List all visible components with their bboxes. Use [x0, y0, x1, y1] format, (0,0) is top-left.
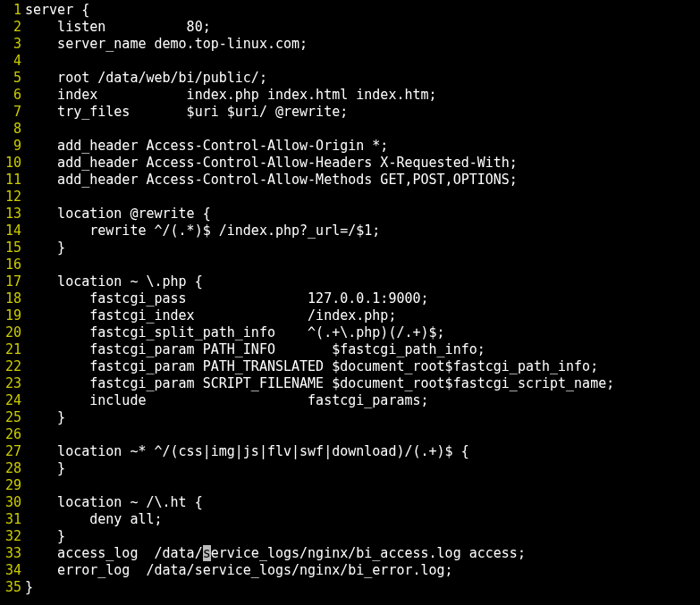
code-line[interactable]: 32 }	[0, 528, 700, 545]
line-number: 24	[0, 392, 25, 409]
code-line[interactable]: 33 access_log /data/service_logs/nginx/b…	[0, 545, 700, 562]
code-line[interactable]: 7 try_files $uri $uri/ @rewrite;	[0, 104, 700, 121]
code-line[interactable]: 24 include fastcgi_params;	[0, 392, 700, 409]
line-number: 3	[0, 36, 25, 53]
line-number: 28	[0, 460, 25, 477]
line-number: 8	[0, 121, 25, 138]
line-content[interactable]: location ~* ^/(css|img|js|flv|swf|downlo…	[25, 443, 700, 460]
code-line[interactable]: 2 listen 80;	[0, 19, 700, 36]
code-line[interactable]: 8	[0, 121, 700, 138]
line-number: 4	[0, 53, 25, 70]
line-number: 10	[0, 155, 25, 172]
line-content[interactable]: deny all;	[25, 511, 700, 528]
line-content[interactable]	[25, 426, 700, 443]
code-line[interactable]: 23 fastcgi_param SCRIPT_FILENAME $docume…	[0, 375, 700, 392]
code-line[interactable]: 16	[0, 256, 700, 273]
line-content[interactable]: add_header Access-Control-Allow-Origin *…	[25, 138, 700, 155]
line-content[interactable]: }	[25, 528, 700, 545]
line-content[interactable]: }	[25, 409, 700, 426]
line-content[interactable]: }	[25, 460, 700, 477]
code-line[interactable]: 3 server_name demo.top-linux.com;	[0, 36, 700, 53]
line-number: 17	[0, 273, 25, 290]
code-line[interactable]: 26	[0, 426, 700, 443]
line-content[interactable]: server_name demo.top-linux.com;	[25, 36, 700, 53]
line-content[interactable]: location ~ \.php {	[25, 273, 700, 290]
line-content[interactable]: root /data/web/bi/public/;	[25, 70, 700, 87]
code-line[interactable]: 19 fastcgi_index /index.php;	[0, 307, 700, 324]
line-content[interactable]: location ~ /\.ht {	[25, 494, 700, 511]
line-number: 19	[0, 307, 25, 324]
code-line[interactable]: 10 add_header Access-Control-Allow-Heade…	[0, 155, 700, 172]
code-line[interactable]: 1server {	[0, 2, 700, 19]
line-content[interactable]: fastcgi_split_path_info ^(.+\.php)(/.+)$…	[25, 324, 700, 341]
code-line[interactable]: 5 root /data/web/bi/public/;	[0, 70, 700, 87]
line-number: 1	[0, 2, 25, 19]
line-number: 34	[0, 562, 25, 579]
code-line[interactable]: 15 }	[0, 239, 700, 256]
code-line[interactable]: 13 location @rewrite {	[0, 206, 700, 223]
line-number: 31	[0, 511, 25, 528]
code-line[interactable]: 17 location ~ \.php {	[0, 273, 700, 290]
line-content[interactable]: add_header Access-Control-Allow-Headers …	[25, 155, 700, 172]
line-content[interactable]: error_log /data/service_logs/nginx/bi_er…	[25, 562, 700, 579]
line-number: 27	[0, 443, 25, 460]
line-number: 30	[0, 494, 25, 511]
line-content[interactable]: index index.php index.html index.htm;	[25, 87, 700, 104]
line-number: 22	[0, 358, 25, 375]
line-content[interactable]: fastcgi_param SCRIPT_FILENAME $document_…	[25, 375, 700, 392]
line-content[interactable]: }	[25, 579, 700, 596]
line-number: 33	[0, 545, 25, 562]
code-line[interactable]: 29	[0, 477, 700, 494]
code-line[interactable]: 21 fastcgi_param PATH_INFO $fastcgi_path…	[0, 341, 700, 358]
line-number: 12	[0, 189, 25, 206]
line-number: 13	[0, 206, 25, 223]
line-number: 9	[0, 138, 25, 155]
code-line[interactable]: 6 index index.php index.html index.htm;	[0, 87, 700, 104]
line-number: 35	[0, 579, 25, 596]
line-number: 14	[0, 223, 25, 239]
code-line[interactable]: 4	[0, 53, 700, 70]
code-line[interactable]: 11 add_header Access-Control-Allow-Metho…	[0, 172, 700, 189]
code-line[interactable]: 28 }	[0, 460, 700, 477]
line-number: 15	[0, 239, 25, 256]
code-line[interactable]: 9 add_header Access-Control-Allow-Origin…	[0, 138, 700, 155]
code-line[interactable]: 14 rewrite ^/(.*)$ /index.php?_url=/$1;	[0, 223, 700, 239]
code-editor[interactable]: 1server {2 listen 80;3 server_name demo.…	[0, 0, 700, 596]
line-content[interactable]: location @rewrite {	[25, 206, 700, 223]
code-line[interactable]: 35}	[0, 579, 700, 596]
line-number: 5	[0, 70, 25, 87]
code-line[interactable]: 12	[0, 189, 700, 206]
code-line[interactable]: 18 fastcgi_pass 127.0.0.1:9000;	[0, 290, 700, 307]
line-content[interactable]: rewrite ^/(.*)$ /index.php?_url=/$1;	[25, 223, 700, 239]
line-content[interactable]: server {	[25, 2, 700, 19]
code-line[interactable]: 22 fastcgi_param PATH_TRANSLATED $docume…	[0, 358, 700, 375]
code-line[interactable]: 25 }	[0, 409, 700, 426]
line-content[interactable]: fastcgi_param PATH_TRANSLATED $document_…	[25, 358, 700, 375]
line-content[interactable]	[25, 477, 700, 494]
code-line[interactable]: 30 location ~ /\.ht {	[0, 494, 700, 511]
code-line[interactable]: 27 location ~* ^/(css|img|js|flv|swf|dow…	[0, 443, 700, 460]
line-content[interactable]	[25, 189, 700, 206]
line-content[interactable]: include fastcgi_params;	[25, 392, 700, 409]
line-content[interactable]	[25, 256, 700, 273]
code-line[interactable]: 31 deny all;	[0, 511, 700, 528]
code-line[interactable]: 20 fastcgi_split_path_info ^(.+\.php)(/.…	[0, 324, 700, 341]
line-content[interactable]: access_log /data/service_logs/nginx/bi_a…	[25, 545, 700, 562]
line-number: 2	[0, 19, 25, 36]
line-number: 25	[0, 409, 25, 426]
line-number: 21	[0, 341, 25, 358]
line-number: 29	[0, 477, 25, 494]
line-content[interactable]: try_files $uri $uri/ @rewrite;	[25, 104, 700, 121]
line-number: 20	[0, 324, 25, 341]
line-content[interactable]	[25, 121, 700, 138]
line-content[interactable]: fastcgi_pass 127.0.0.1:9000;	[25, 290, 700, 307]
line-content[interactable]: add_header Access-Control-Allow-Methods …	[25, 172, 700, 189]
line-number: 26	[0, 426, 25, 443]
line-content[interactable]: listen 80;	[25, 19, 700, 36]
line-number: 7	[0, 104, 25, 121]
line-content[interactable]: fastcgi_index /index.php;	[25, 307, 700, 324]
line-content[interactable]	[25, 53, 700, 70]
code-line[interactable]: 34 error_log /data/service_logs/nginx/bi…	[0, 562, 700, 579]
line-content[interactable]: fastcgi_param PATH_INFO $fastcgi_path_in…	[25, 341, 700, 358]
line-content[interactable]: }	[25, 239, 700, 256]
